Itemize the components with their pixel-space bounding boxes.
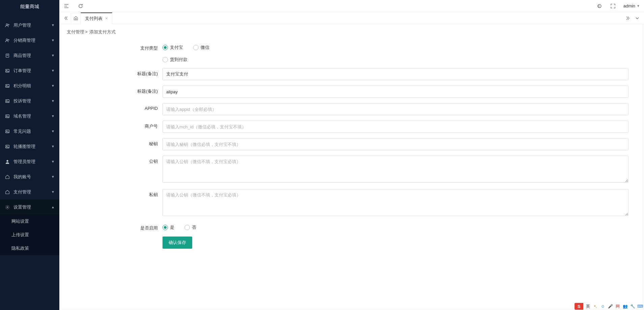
ime-keyboard-icon: ⌨ bbox=[637, 304, 643, 309]
breadcrumb-part2: 添加支付方式 bbox=[89, 29, 116, 34]
fullscreen-icon[interactable] bbox=[610, 3, 616, 9]
tabs-next-icon[interactable] bbox=[623, 13, 633, 23]
sidebar-item-label: 积分明细 bbox=[13, 83, 51, 89]
sidebar-item-icon bbox=[5, 144, 10, 149]
svg-rect-9 bbox=[6, 84, 9, 87]
svg-point-19 bbox=[6, 160, 8, 161]
label-prikey: 私钥 bbox=[68, 189, 163, 198]
sidebar-item[interactable]: 商品管理▼ bbox=[0, 48, 59, 63]
radio-label: 支付宝 bbox=[170, 44, 183, 51]
ime-smiley-icon: ☺ bbox=[600, 304, 606, 309]
tabs-menu-icon[interactable] bbox=[633, 13, 642, 23]
svg-rect-15 bbox=[6, 130, 9, 133]
pubkey-textarea[interactable] bbox=[163, 156, 628, 183]
caret-down-icon: ▼ bbox=[637, 4, 640, 8]
svg-rect-17 bbox=[6, 145, 9, 148]
tab-close-icon[interactable]: × bbox=[105, 16, 108, 21]
sidebar-item-label: 常见问题 bbox=[13, 128, 51, 134]
radio-cod[interactable]: 货到付款 bbox=[163, 57, 187, 63]
sidebar-item-icon bbox=[5, 189, 10, 195]
radio-alipay[interactable]: 支付宝 bbox=[163, 44, 183, 51]
sidebar-item[interactable]: 用户管理▼ bbox=[0, 18, 59, 33]
prikey-textarea[interactable] bbox=[163, 189, 628, 216]
radio-circle-icon bbox=[163, 225, 168, 230]
svg-rect-13 bbox=[6, 115, 9, 118]
sidebar-item-icon bbox=[5, 68, 10, 73]
ime-punct-icon: •, bbox=[593, 304, 598, 309]
radio-circle-icon bbox=[163, 57, 168, 62]
ime-lang-icon: 英 bbox=[585, 304, 591, 309]
sidebar-item[interactable]: 订单管理▼ bbox=[0, 63, 59, 78]
sidebar-item-label: 分销商管理 bbox=[13, 37, 51, 43]
label-appid: APPID bbox=[68, 103, 163, 111]
sidebar-item[interactable]: 管理员管理▼ bbox=[0, 154, 59, 169]
appid-input[interactable] bbox=[163, 103, 628, 115]
label-pubkey: 公钥 bbox=[68, 156, 163, 164]
payment-form: 支付类型 支付宝 微信 bbox=[61, 40, 642, 261]
sidebar-sub-item[interactable]: 隐私政策 bbox=[0, 242, 59, 255]
radio-enable-yes[interactable]: 是 bbox=[163, 224, 174, 230]
sidebar-item[interactable]: 分销商管理▼ bbox=[0, 33, 59, 48]
sidebar-item-icon bbox=[5, 205, 10, 210]
sidebar-item-label: 管理员管理 bbox=[13, 159, 51, 165]
sidebar-item-label: 用户管理 bbox=[13, 22, 51, 28]
caret-icon: ▼ bbox=[51, 175, 55, 179]
sidebar-item-icon bbox=[5, 53, 10, 58]
svg-point-2 bbox=[6, 39, 7, 40]
caret-icon: ▼ bbox=[51, 160, 55, 163]
sidebar-item[interactable]: 轮播图管理▼ bbox=[0, 139, 59, 154]
sidebar-item[interactable]: 域名管理▼ bbox=[0, 108, 59, 124]
label-title: 标题(备注) bbox=[68, 68, 163, 77]
radio-circle-icon bbox=[193, 45, 199, 50]
radio-enable-no[interactable]: 否 bbox=[184, 224, 196, 230]
secret-input[interactable] bbox=[163, 138, 628, 150]
svg-point-20 bbox=[7, 207, 8, 208]
sidebar-item[interactable]: 支付管理▼ bbox=[0, 184, 59, 199]
sidebar-item[interactable]: 投诉管理▼ bbox=[0, 93, 59, 108]
title-input[interactable] bbox=[163, 68, 628, 80]
submit-button[interactable]: 确认保存 bbox=[163, 237, 192, 249]
caret-icon: ▲ bbox=[51, 205, 55, 209]
label-pay-type: 支付类型 bbox=[68, 42, 163, 51]
label-mch: 商户号 bbox=[68, 121, 163, 129]
top-header: admin ▼ bbox=[59, 0, 644, 12]
caret-icon: ▼ bbox=[51, 54, 55, 57]
tabs-prev-icon[interactable] bbox=[61, 13, 71, 23]
tab-payment-list[interactable]: 支付列表 × bbox=[81, 12, 112, 24]
tab-home[interactable] bbox=[71, 13, 81, 23]
sidebar-item-icon bbox=[5, 38, 10, 43]
sidebar-item-label: 轮播图管理 bbox=[13, 144, 51, 150]
radio-circle-icon bbox=[163, 45, 168, 50]
sidebar-item[interactable]: 我的账号▼ bbox=[0, 169, 59, 184]
sidebar-item-label: 域名管理 bbox=[13, 113, 51, 119]
theme-icon[interactable] bbox=[596, 3, 603, 9]
radio-label: 微信 bbox=[201, 44, 209, 51]
tab-bar: 支付列表 × bbox=[59, 12, 644, 24]
sidebar-item-label: 商品管理 bbox=[13, 53, 51, 59]
breadcrumb: 支付管理> 添加支付方式 bbox=[61, 24, 642, 40]
caret-icon: ▼ bbox=[51, 190, 55, 194]
sidebar-item-icon bbox=[5, 159, 10, 164]
sidebar-item-label: 设置管理 bbox=[13, 204, 51, 210]
mch-input[interactable] bbox=[163, 121, 628, 133]
ime-net-icon: 网 bbox=[615, 304, 620, 309]
caret-icon: ▼ bbox=[51, 114, 55, 118]
caret-icon: ▼ bbox=[51, 23, 55, 27]
sidebar-item-icon bbox=[5, 23, 10, 28]
label-secret: 秘钥 bbox=[68, 138, 163, 147]
ime-people-icon: 👥 bbox=[622, 304, 628, 309]
sidebar-item[interactable]: 常见问题▼ bbox=[0, 124, 59, 139]
admin-dropdown[interactable]: admin ▼ bbox=[623, 3, 640, 8]
sidebar-item-icon bbox=[5, 174, 10, 180]
sidebar-item-icon bbox=[5, 129, 10, 134]
sidebar-sub-item[interactable]: 上传设置 bbox=[0, 228, 59, 242]
sidebar-sub-item[interactable]: 网站设置 bbox=[0, 215, 59, 228]
sidebar-item-icon bbox=[5, 114, 10, 119]
collapse-sidebar-icon[interactable] bbox=[63, 3, 69, 9]
code-input[interactable] bbox=[163, 86, 628, 98]
radio-wechat[interactable]: 微信 bbox=[193, 44, 209, 51]
sidebar-item[interactable]: 设置管理▲ bbox=[0, 199, 59, 215]
sidebar-item[interactable]: 积分明细▼ bbox=[0, 78, 59, 93]
tab-label: 支付列表 bbox=[85, 16, 103, 22]
refresh-icon[interactable] bbox=[78, 3, 84, 9]
